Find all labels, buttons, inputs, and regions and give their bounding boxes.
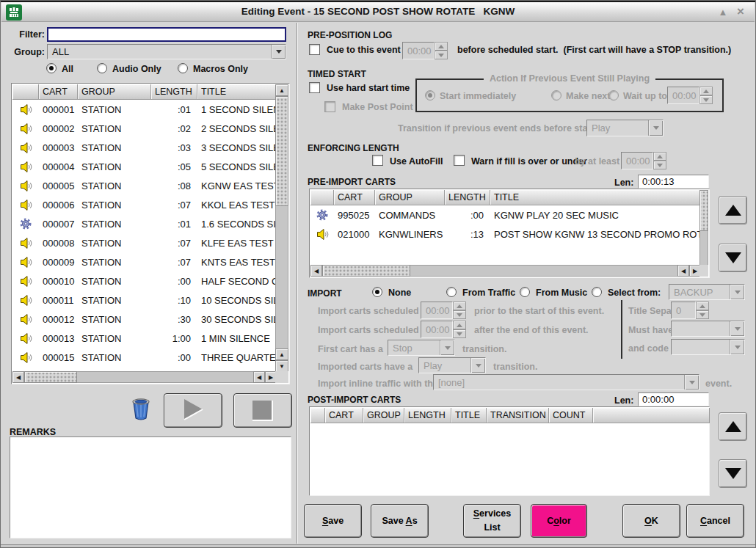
must-have-code-select[interactable] xyxy=(671,321,745,337)
scroll-left-icon[interactable]: ◀ xyxy=(253,371,265,383)
chevron-down-icon[interactable] xyxy=(648,120,663,136)
spin-up-icon[interactable] xyxy=(653,152,666,161)
chevron-down-icon[interactable] xyxy=(730,285,744,299)
scroll-left-icon[interactable]: ◀ xyxy=(677,265,689,277)
chevron-down-icon[interactable] xyxy=(684,375,699,390)
column-header[interactable]: COUNT xyxy=(549,408,593,423)
column-header[interactable] xyxy=(12,84,39,100)
cart-list-row[interactable]: 000008STATION:07KLFE EAS TEST IN xyxy=(12,233,277,252)
chevron-down-icon[interactable] xyxy=(470,358,485,373)
radio-import-music[interactable] xyxy=(520,287,530,297)
cart-list-row[interactable]: 000006STATION:07KKOL EAS TEST IN xyxy=(12,195,277,214)
and-code-select[interactable] xyxy=(671,339,745,355)
cue-to-event-checkbox[interactable] xyxy=(309,44,320,55)
column-header[interactable]: CART xyxy=(39,84,78,100)
autofill-checkbox[interactable] xyxy=(372,155,383,166)
horizontal-scrollbar-slider[interactable] xyxy=(322,265,410,277)
column-header[interactable]: GROUP xyxy=(78,84,151,100)
sched-after-spinner[interactable]: 00:00 xyxy=(421,321,466,338)
spin-down-icon[interactable] xyxy=(696,310,709,319)
preimport-row[interactable]: 995025COMMANDS:00KGNW PLAY 20 SEC MUSIC xyxy=(310,205,701,224)
titlebar[interactable]: Editing Event - 15 SECOND POST SHOW ROTA… xyxy=(1,2,755,22)
inline-traffic-select[interactable]: [none] xyxy=(433,374,699,390)
spin-down-icon[interactable] xyxy=(653,161,666,169)
cart-list-row[interactable]: 000004STATION:055 SECONDS SILEN xyxy=(12,157,277,176)
spin-up-icon[interactable] xyxy=(453,302,466,310)
column-header[interactable]: CART xyxy=(334,190,375,205)
preimport-len-field[interactable]: 0:00:13 xyxy=(638,175,709,189)
cart-list-row[interactable]: 000007STATION:011.6 SECONDS SIL xyxy=(12,214,277,233)
spin-up-icon[interactable] xyxy=(699,87,713,95)
spin-down-icon[interactable] xyxy=(453,329,466,338)
cart-list-row[interactable]: 000011STATION:1010 SECONDS SILE xyxy=(12,291,277,310)
hard-start-checkbox[interactable] xyxy=(309,82,320,93)
warn-fill-checkbox[interactable] xyxy=(454,155,465,166)
radio-start-immediately[interactable] xyxy=(425,90,435,101)
cue-time-spinner[interactable]: 00:00 xyxy=(402,42,448,59)
radio-audio-only[interactable] xyxy=(97,63,107,73)
column-header[interactable]: LENGTH xyxy=(404,408,451,423)
scroll-up-icon[interactable]: ▲ xyxy=(275,348,288,360)
title-separation-spinner[interactable]: 0 xyxy=(671,302,709,319)
scroll-left-icon[interactable]: ◀ xyxy=(12,371,24,383)
first-cart-transition-select[interactable]: Stop xyxy=(388,340,455,356)
group-select[interactable]: ALL xyxy=(47,44,286,59)
vertical-scrollbar-slider[interactable] xyxy=(275,96,288,206)
postimport-move-up-button[interactable] xyxy=(719,412,747,441)
chevron-down-icon[interactable] xyxy=(730,321,744,336)
save-as-button[interactable]: Save As xyxy=(371,504,429,538)
postimport-move-down-button[interactable] xyxy=(719,459,747,488)
color-button[interactable]: Color xyxy=(531,504,587,538)
horizontal-scrollbar-slider[interactable] xyxy=(24,371,77,383)
trash-icon[interactable] xyxy=(130,397,152,421)
shade-window-icon[interactable]: ▲ xyxy=(716,5,730,18)
ok-button[interactable]: OK xyxy=(622,504,680,538)
vertical-scrollbar-slider[interactable] xyxy=(699,190,708,231)
chevron-down-icon[interactable] xyxy=(730,340,744,354)
column-header[interactable]: TITLE xyxy=(490,190,701,205)
column-header[interactable]: LENGTH xyxy=(445,190,490,205)
scroll-up-icon[interactable]: ▲ xyxy=(275,84,288,96)
remarks-textarea[interactable] xyxy=(10,436,291,538)
column-header[interactable]: GROUP xyxy=(363,408,404,423)
column-header[interactable]: LENGTH xyxy=(151,84,197,100)
column-header[interactable]: CART xyxy=(325,408,363,423)
radio-macros-only[interactable] xyxy=(178,63,188,73)
cancel-button[interactable]: Cancel xyxy=(686,504,744,538)
cart-list-row[interactable]: 000001STATION:011 SECOND SILEN xyxy=(12,100,277,119)
cart-list-row[interactable]: 000012STATION:3030 SECONDS SILE xyxy=(12,310,277,329)
select-from-select[interactable]: BACKUP xyxy=(669,284,745,300)
radio-all[interactable] xyxy=(46,63,57,73)
preimport-move-down-button[interactable] xyxy=(719,244,747,272)
play-button[interactable] xyxy=(164,393,222,428)
spin-up-icon[interactable] xyxy=(435,42,448,51)
cart-list-row[interactable]: 000005STATION:08KGNW EAS TEST xyxy=(12,176,277,195)
spin-down-icon[interactable] xyxy=(435,51,448,59)
chevron-down-icon[interactable] xyxy=(271,45,286,59)
radio-make-next[interactable] xyxy=(551,90,561,101)
cart-list-row[interactable]: 000013STATION1:001 MIN SILENCE xyxy=(12,329,277,348)
cart-list-row[interactable]: 000015STATION:00THREE QUARTER xyxy=(12,348,277,367)
filter-input[interactable] xyxy=(47,27,286,42)
wait-time-spinner[interactable]: 00:00 xyxy=(667,87,713,104)
scroll-down-icon[interactable]: ▼ xyxy=(275,360,288,372)
sched-prior-spinner[interactable]: 00:00 xyxy=(421,302,466,319)
preimport-move-up-button[interactable] xyxy=(719,196,747,224)
radio-wait-up-to[interactable] xyxy=(608,90,619,101)
spin-down-icon[interactable] xyxy=(699,95,713,104)
warn-time-spinner[interactable]: 00:00 xyxy=(621,152,666,169)
chevron-down-icon[interactable] xyxy=(440,340,454,355)
column-header[interactable]: GROUP xyxy=(375,190,445,205)
column-header[interactable]: TITLE xyxy=(451,408,487,423)
column-header[interactable]: TRANSITION xyxy=(487,408,549,423)
services-list-button[interactable]: Services List xyxy=(463,504,521,538)
column-header[interactable] xyxy=(310,190,334,205)
imported-carts-transition-select[interactable]: Play xyxy=(418,357,486,373)
save-button[interactable]: Save xyxy=(304,504,362,538)
cart-list-row[interactable]: 000002STATION:022 SECONDS SILEN xyxy=(12,119,277,138)
preimport-row[interactable]: 021000KGNWLINERS:13POST SHOW KGNW 13 SEC… xyxy=(310,224,701,244)
transition-before-select[interactable]: Play xyxy=(586,120,664,136)
cart-list-row[interactable]: 000009STATION:07KNTS EAS TEST IN xyxy=(12,252,277,271)
scroll-left-icon[interactable]: ◀ xyxy=(310,265,322,277)
spin-down-icon[interactable] xyxy=(453,310,466,319)
